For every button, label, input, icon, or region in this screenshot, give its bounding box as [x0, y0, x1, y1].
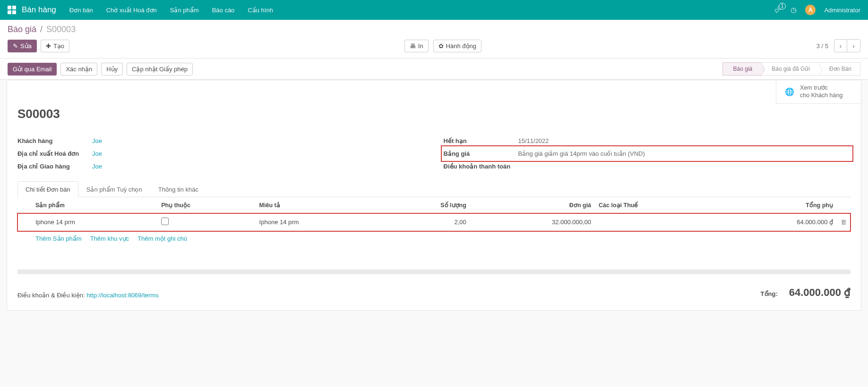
globe-icon: 🌐	[785, 87, 794, 96]
cell-desc[interactable]: Iphone 14 prm	[256, 213, 381, 231]
action-button[interactable]: ✿Hành động	[433, 40, 481, 52]
nav-right: 🗪1 ◷ A Administrator	[774, 5, 860, 15]
plus-icon: ✚	[46, 42, 51, 50]
pager-next-button[interactable]: ›	[847, 39, 860, 52]
gear-icon: ✿	[438, 42, 444, 50]
total-label: Tổng:	[761, 290, 778, 297]
pager-prev-button[interactable]: ‹	[834, 39, 847, 52]
terms-link[interactable]: http://localhost:8069/terms	[86, 292, 158, 299]
customer-label: Khách hàng	[17, 137, 92, 144]
menu-config[interactable]: Cấu hình	[248, 7, 273, 14]
payment-terms-label: Điều khoản thanh toán	[444, 163, 518, 170]
pager-text: 3 / 5	[816, 42, 828, 50]
terms-block: Điều khoản & Điều kiện: http://localhost…	[17, 292, 159, 299]
chat-icon[interactable]: 🗪1	[774, 6, 782, 14]
pencil-icon: ✎	[13, 42, 18, 50]
control-bar: Báo giá / S00003 ✎Sửa ✚Tạo 🖶In ✿Hành độn…	[0, 20, 868, 59]
action-label: Hành động	[446, 42, 476, 50]
terms-label: Điều khoản & Điều kiện:	[17, 292, 85, 299]
preview-line1: Xem trước	[800, 84, 842, 92]
avatar[interactable]: A	[805, 5, 816, 15]
print-label: In	[418, 42, 423, 50]
cell-unit-price[interactable]: 32.000.000,00	[470, 213, 595, 231]
col-desc[interactable]: Miêu tả	[256, 197, 381, 213]
expiry-value: 15/11/2022	[518, 137, 549, 144]
col-subtotal[interactable]: Tổng phụ	[720, 197, 837, 213]
chat-badge: 1	[779, 3, 786, 9]
row-delete-icon[interactable]: 🗑	[837, 213, 851, 231]
menu-products[interactable]: Sản phẩm	[170, 7, 199, 14]
toolbar: ✎Sửa ✚Tạo 🖶In ✿Hành động 3 / 5 ‹ ›	[8, 39, 860, 52]
edit-button[interactable]: ✎Sửa	[8, 40, 37, 52]
pricelist-highlight: Bảng giá Bảng giá giảm giá 14prm vào cuố…	[441, 145, 854, 162]
add-section-link[interactable]: Thêm khu vực	[90, 235, 129, 242]
top-menu: Đơn bán Chờ xuất Hoá đơn Sản phẩm Báo cá…	[69, 7, 775, 14]
col-product[interactable]: Sản phẩm	[32, 197, 157, 213]
separator-bar	[17, 269, 851, 274]
delivery-address-label: Địa chỉ Giao hàng	[17, 163, 92, 170]
update-license-button[interactable]: Cập nhật Giấy phép	[127, 63, 193, 76]
expiry-label: Hết hạn	[444, 137, 518, 144]
stage-sales-order[interactable]: Đơn Bán	[818, 62, 860, 76]
order-line-table: Sản phẩm Phụ thuộc Miêu tả Số lượng Đơn …	[17, 197, 851, 231]
activity-icon[interactable]: ◷	[791, 6, 797, 14]
table-row[interactable]: Iphone 14 prm Iphone 14 prm 2,00 32.000.…	[17, 213, 851, 231]
send-email-button[interactable]: Gửi qua Email	[8, 63, 57, 76]
cancel-button[interactable]: Hủy	[101, 63, 123, 76]
customer-value[interactable]: Joe	[92, 137, 102, 144]
app-brand[interactable]: Bán hàng	[22, 5, 56, 15]
cell-taxes[interactable]	[595, 213, 720, 231]
edit-label: Sửa	[20, 42, 32, 50]
add-links: Thêm Sản phẩm Thêm khu vực Thêm một ghi …	[17, 231, 851, 246]
pricelist-value: Bảng giá giảm giá 14prm vào cuối tuần (V…	[518, 150, 645, 157]
apps-icon[interactable]	[8, 6, 16, 14]
stage-quotation-sent[interactable]: Báo giá đã Gửi	[761, 62, 819, 76]
stage-bar: Báo giá Báo giá đã Gửi Đơn Bán	[723, 62, 860, 76]
customer-preview-button[interactable]: 🌐 Xem trước cho Khách hàng	[776, 80, 861, 104]
dependent-checkbox[interactable]	[161, 218, 169, 225]
menu-to-invoice[interactable]: Chờ xuất Hoá đơn	[106, 7, 157, 14]
breadcrumb-current: S00003	[46, 25, 76, 34]
col-qty[interactable]: Số lượng	[381, 197, 470, 213]
col-taxes[interactable]: Các loại Thuế	[595, 197, 720, 213]
invoice-address-value[interactable]: Joe	[92, 150, 102, 157]
tab-other-info[interactable]: Thông tin khác	[150, 181, 206, 197]
create-button[interactable]: ✚Tạo	[41, 40, 69, 52]
add-note-link[interactable]: Thêm một ghi chú	[138, 235, 187, 242]
invoice-address-label: Địa chỉ xuất Hoá đơn	[17, 150, 92, 157]
row-handle-icon[interactable]	[17, 213, 32, 231]
confirm-button[interactable]: Xác nhận	[60, 63, 97, 76]
breadcrumb: Báo giá / S00003	[8, 25, 860, 34]
username[interactable]: Administrator	[824, 7, 860, 14]
pricelist-label: Bảng giá	[444, 150, 518, 157]
print-icon: 🖶	[410, 42, 416, 50]
col-dependent[interactable]: Phụ thuộc	[157, 197, 255, 213]
cell-qty[interactable]: 2,00	[381, 213, 470, 231]
breadcrumb-sep: /	[40, 25, 43, 34]
status-row: Gửi qua Email Xác nhận Hủy Cập nhật Giấy…	[0, 59, 868, 80]
breadcrumb-root[interactable]: Báo giá	[8, 25, 36, 34]
record-title: S00003	[17, 107, 851, 121]
create-label: Tạo	[53, 42, 64, 50]
tabs: Chi tiết Đơn bán Sản phẩm Tuỳ chọn Thông…	[17, 181, 851, 197]
cell-product[interactable]: Iphone 14 prm	[32, 213, 157, 231]
top-nav: Bán hàng Đơn bán Chờ xuất Hoá đơn Sản ph…	[0, 0, 868, 20]
total-value: 64.000.000 ₫	[789, 286, 851, 299]
menu-reports[interactable]: Báo cáo	[212, 7, 235, 14]
col-delete	[837, 197, 851, 213]
form-sheet: 🌐 Xem trước cho Khách hàng S00003 Khách …	[7, 80, 861, 311]
col-unit-price[interactable]: Đơn giá	[470, 197, 595, 213]
menu-orders[interactable]: Đơn bán	[69, 7, 93, 14]
tab-order-lines[interactable]: Chi tiết Đơn bán	[17, 181, 78, 197]
cell-dependent[interactable]	[157, 213, 255, 231]
delivery-address-value[interactable]: Joe	[92, 163, 102, 170]
tab-optional-products[interactable]: Sản phẩm Tuỳ chọn	[78, 181, 150, 197]
preview-line2: cho Khách hàng	[800, 92, 842, 99]
print-button[interactable]: 🖶In	[404, 40, 429, 52]
stage-quotation[interactable]: Báo giá	[722, 62, 762, 76]
add-product-link[interactable]: Thêm Sản phẩm	[35, 235, 82, 242]
col-handle	[17, 197, 32, 213]
cell-subtotal: 64.000.000 ₫	[720, 213, 837, 231]
